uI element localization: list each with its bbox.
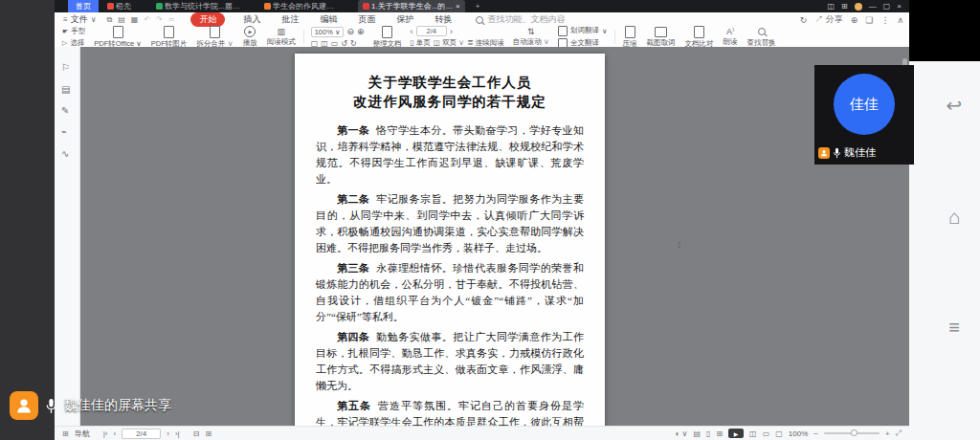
print-icon[interactable]: ▦ <box>131 15 139 24</box>
save-icon[interactable]: ▤ <box>118 15 125 24</box>
select-tool-button[interactable]: ▷选择 <box>62 38 85 48</box>
fit-width-status-icon[interactable]: ▭ <box>763 429 770 438</box>
next-page-icon[interactable]: › <box>450 27 453 36</box>
zoom-slider-thumb[interactable] <box>851 429 858 436</box>
grid-view-icon[interactable]: ⊞ <box>716 429 723 438</box>
continuous-icon: ≣ <box>467 38 473 47</box>
help-icon[interactable]: ⊕ <box>851 15 858 25</box>
word-translate-button[interactable]: 划词翻译 ∨ <box>558 26 608 36</box>
single-view-icon[interactable]: ▯ <box>706 429 710 438</box>
workspace-grid-icon[interactable]: ⊞ <box>841 2 848 11</box>
tab-docer[interactable]: 稻壳 <box>102 0 136 12</box>
fit-area-status-icon[interactable]: ▢ <box>775 429 783 438</box>
zoom-out-icon[interactable]: ⊖ <box>346 27 354 36</box>
cloud-sync-icon[interactable]: ↻ <box>800 15 808 25</box>
pdf-to-office-button[interactable]: PDF转Office ∨ <box>89 26 146 49</box>
phone-home-icon[interactable]: ⌂ <box>932 206 976 229</box>
last-page-icon[interactable]: ›| <box>175 429 180 438</box>
tab-excel-doc[interactable]: 数学与统计学院...届学生骨干汇总表 <box>151 0 250 12</box>
status-zoom-value[interactable]: 100% <box>789 429 808 438</box>
undo-icon[interactable]: ↶ <box>144 15 150 24</box>
zoom-in-icon[interactable]: ⊕ <box>357 27 365 36</box>
comment-icon[interactable]: ✎ <box>61 105 69 116</box>
open-icon[interactable]: ⧉ <box>107 15 113 25</box>
menu-edit[interactable]: 编辑 <box>320 13 337 26</box>
close-window-button[interactable]: × <box>897 2 902 11</box>
restore-button[interactable]: ▢ <box>883 2 891 11</box>
document-canvas[interactable]: ⚐ ▤ ✎ ⌁ ∿ 关于学联学生会工作人员 改进作风服务同学的若干规定 第一条恪… <box>55 47 909 426</box>
wps-window: 首页 稻壳 数学与统计学院...届学生骨干汇总表 学生会的作风建设.pptx 1… <box>55 0 909 440</box>
navigation-label[interactable]: 导航 <box>75 429 90 439</box>
fit-page-status-icon[interactable]: ◫ <box>749 429 757 438</box>
signature-icon[interactable]: ∿ <box>61 148 69 159</box>
minimize-button[interactable]: — <box>869 2 877 11</box>
prev-page-status-icon[interactable]: ‹ <box>113 429 116 438</box>
cursor-icon: ▷ <box>62 38 67 48</box>
file-menu[interactable]: 文件 <box>71 13 88 26</box>
main-menu-icon[interactable]: ≡ <box>63 15 68 24</box>
zoom-in-status-icon[interactable]: + <box>885 429 890 438</box>
zoom-level-select[interactable]: 100% ∨ <box>311 27 345 37</box>
bookmark-icon[interactable]: ⚐ <box>61 62 70 73</box>
menu-insert[interactable]: 插入 <box>243 13 260 26</box>
participant-info-row: 魏佳佳 <box>818 145 876 160</box>
menu-page[interactable]: 页面 <box>358 13 375 26</box>
redo-icon[interactable]: ↷ <box>156 15 163 24</box>
close-tab-icon[interactable]: × <box>456 2 460 11</box>
pdf-page[interactable]: 关于学联学生会工作人员 改进作风服务同学的若干规定 第一条恪守学生本分。带头勤奋… <box>295 54 605 426</box>
video-call-tile[interactable]: 佳佳 魏佳佳 <box>814 65 914 165</box>
next-page-status-icon[interactable]: › <box>167 429 169 438</box>
background-color-icon[interactable]: ◐ ∨ <box>675 429 687 438</box>
phone-back-icon[interactable]: ↩ <box>932 94 976 117</box>
auto-scroll-button[interactable]: ⇅自动滚动 ∨ <box>508 27 554 47</box>
collapse-view-icon[interactable]: ⊟ <box>193 429 200 438</box>
article-3: 第三条永葆理想情怀。珍惜代表服务同学的荣誉和锻炼能力的机会，公私分明，甘于奉献。… <box>316 260 584 325</box>
new-tab-button[interactable]: + <box>471 0 485 12</box>
pdf-icon <box>363 3 369 10</box>
attachment-icon[interactable]: ⌁ <box>61 126 67 137</box>
play-fullscreen-button[interactable]: ▶ <box>728 429 744 438</box>
first-page-icon[interactable]: |‹ <box>103 429 108 438</box>
left-panel-strip: ⚐ ▤ ✎ ⌁ ∿ <box>55 47 80 426</box>
fullscreen-icon[interactable]: ⤢ <box>896 429 902 438</box>
zoom-out-status-icon[interactable]: − <box>813 429 818 438</box>
layout-icon[interactable]: ◫ <box>828 2 835 11</box>
screen-share-banner[interactable]: 魏佳佳的屏幕共享 <box>10 391 171 420</box>
play-button[interactable]: ▶播放 <box>238 26 262 48</box>
more-dots-icon[interactable]: ⋮ <box>880 15 889 25</box>
menu-convert[interactable]: 转换 <box>434 13 452 26</box>
organize-doc-button[interactable]: 整理文档 <box>368 26 407 49</box>
panel-icon[interactable]: ❏ <box>865 15 873 25</box>
expand-view-icon[interactable]: ⊞ <box>205 429 212 438</box>
tab-ppt-doc[interactable]: 学生会的作风建设.pptx <box>259 0 339 12</box>
more-tools-icon[interactable]: ≂ <box>168 15 175 24</box>
read-aloud-button[interactable]: A⁾朗读 <box>719 27 743 47</box>
screenshot-button[interactable]: 截图取词 <box>642 27 680 48</box>
page-number-input[interactable]: 2/4 <box>416 26 447 36</box>
read-mode-button[interactable]: ▥阅读模式 <box>262 27 301 47</box>
thumbnails-icon[interactable]: ▤ <box>61 84 70 95</box>
pdf-to-image-button[interactable]: PDF转图片 <box>146 26 192 49</box>
prev-page-icon[interactable]: ‹ <box>411 27 413 36</box>
phone-recents-icon[interactable]: ≡ <box>932 317 976 339</box>
find-replace-button[interactable]: 查找替换 <box>743 26 781 48</box>
collapse-ribbon-icon[interactable]: ∧ <box>897 15 903 25</box>
share-button[interactable]: ↗ 分享 <box>814 13 843 26</box>
compress-button[interactable]: 压缩 <box>618 26 642 49</box>
status-page-input[interactable]: 2/4 <box>122 429 161 439</box>
read-layout-icon[interactable]: ▤ <box>693 429 701 438</box>
zoom-slider[interactable] <box>824 432 880 434</box>
navigation-grid-icon[interactable]: ⊞ <box>62 429 69 438</box>
article-2: 第二条牢记服务宗旨。把努力为同学服务作为主要目的，从同学中来、到同学中去，认真倾… <box>316 191 584 256</box>
tab-pdf-doc-active[interactable]: 1.关于学联学生会...的若干规定.pdf × <box>358 0 465 12</box>
menu-protect[interactable]: 保护 <box>396 13 413 26</box>
split-merge-button[interactable]: 拆分合并 ∨ <box>191 26 237 49</box>
tab-home[interactable]: 首页 <box>68 0 99 12</box>
search-input[interactable]: 查找功能、文档内容 <box>476 13 565 26</box>
status-bar: ⊞ 导航 |‹ ‹ 2/4 › ›| ⊟ ⊞ ◐ ∨ ▤ ▯ ⊞ ▶ ◫ ▭ ▢… <box>55 426 909 440</box>
doc-compare-button[interactable]: 文档比对 <box>680 26 719 49</box>
menu-annotate[interactable]: 批注 <box>281 13 299 26</box>
account-avatar[interactable] <box>855 3 862 11</box>
docer-icon <box>107 3 114 10</box>
hand-tool-button[interactable]: ☛手型 <box>62 27 85 36</box>
